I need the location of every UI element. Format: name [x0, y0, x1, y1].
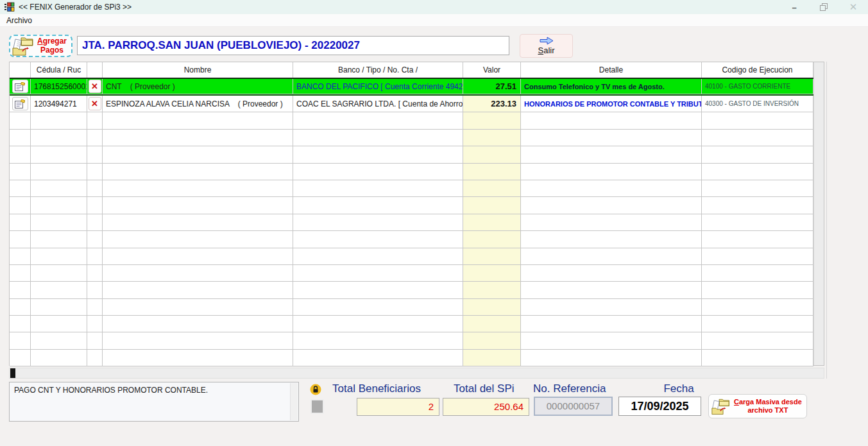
- nombre-cell: [103, 248, 293, 265]
- carga-masiva-folder-icon: [711, 398, 731, 415]
- nombre-cell: CNT ( Proveedor ): [103, 79, 293, 94]
- horizontal-scrollbar-thumb[interactable]: [10, 368, 15, 378]
- detalle-cell: [521, 146, 702, 163]
- delete-row-button[interactable]: ✕: [89, 80, 101, 93]
- empty-row[interactable]: [10, 350, 813, 366]
- codigo-cell: [702, 112, 813, 129]
- empty-row[interactable]: [10, 231, 813, 248]
- detalle-cell: [521, 265, 702, 282]
- horizontal-scrollbar[interactable]: [9, 368, 824, 379]
- agregar-pagos-button[interactable]: Agregar Pagos: [9, 35, 72, 57]
- document-title-field[interactable]: JTA. PARROQ.SAN JUAN (PUEBLOVIEJO) - 202…: [77, 36, 509, 55]
- codigo-cell: [702, 282, 813, 298]
- observacion-text: PAGO CNT Y HONORARIOS PROMOTOR CONTABLE.: [14, 386, 208, 395]
- add-payments-folder-icon: [12, 37, 35, 56]
- detalle-cell: Consumo Telefonico y TV mes de Agosto.: [521, 79, 702, 94]
- nombre-cell: [103, 231, 293, 248]
- salir-button[interactable]: Salir: [520, 34, 573, 58]
- codigo-cell: [702, 350, 813, 366]
- fecha-label: Fecha: [656, 382, 702, 395]
- observacion-textarea[interactable]: PAGO CNT Y HONORARIOS PROMOTOR CONTABLE.: [9, 382, 299, 422]
- empty-row[interactable]: [10, 112, 813, 129]
- cedula-cell: [31, 299, 87, 316]
- menu-bar: Archivo: [0, 14, 868, 27]
- nombre-cell: [103, 164, 293, 180]
- codigo-cell: [702, 180, 813, 197]
- color-indicator-button[interactable]: [311, 399, 324, 414]
- empty-row[interactable]: [10, 316, 813, 332]
- cedula-cell: [31, 180, 87, 197]
- codigo-cell: 40300 - GASTO DE INVERSIÓN: [702, 96, 813, 112]
- nombre-cell: [103, 146, 293, 163]
- detalle-cell: [521, 299, 702, 316]
- total-spi-field: 250.64: [443, 398, 529, 416]
- detalle-cell: [521, 231, 702, 248]
- nombre-cell: [103, 316, 293, 332]
- detalle-cell: [521, 248, 702, 265]
- close-button[interactable]: ✕: [838, 0, 868, 14]
- detalle-cell: [521, 282, 702, 298]
- codigo-cell: [702, 248, 813, 265]
- empty-row[interactable]: [10, 146, 813, 163]
- cedula-cell: [31, 164, 87, 180]
- banco-cell: [293, 231, 463, 248]
- detalle-cell: [521, 180, 702, 197]
- panel-edge-line: [826, 62, 827, 379]
- menu-archivo[interactable]: Archivo: [0, 15, 38, 26]
- valor-cell: [463, 231, 521, 248]
- detalle-cell: [521, 164, 702, 180]
- nombre-cell: ESPINOZA ALAVA CELIA NARCISA ( Proveedor…: [103, 96, 293, 112]
- banco-cell: [293, 164, 463, 180]
- cedula-cell: [31, 130, 87, 146]
- edit-row-button[interactable]: [12, 80, 28, 93]
- codigo-cell: [702, 299, 813, 316]
- delete-row-button[interactable]: ✕: [89, 97, 101, 110]
- grid-body: 1768152560001✕CNT ( Proveedor )BANCO DEL…: [10, 78, 813, 366]
- carga-masiva-button[interactable]: Carga Masiva desde archivo TXT: [708, 394, 807, 418]
- cedula-cell: [31, 265, 87, 282]
- nombre-cell: [103, 299, 293, 316]
- codigo-cell: [702, 332, 813, 349]
- valor-cell: [463, 146, 521, 163]
- fecha-field[interactable]: 17/09/2025: [618, 397, 701, 416]
- cedula-cell: [31, 214, 87, 231]
- empty-row[interactable]: [10, 299, 813, 316]
- valor-cell: [463, 112, 521, 129]
- empty-row[interactable]: [10, 130, 813, 146]
- empty-row[interactable]: [10, 214, 813, 231]
- banco-cell: [293, 265, 463, 282]
- valor-cell: [463, 332, 521, 349]
- valor-cell: [463, 248, 521, 265]
- banco-cell: [293, 282, 463, 298]
- empty-row[interactable]: [10, 197, 813, 214]
- empty-row[interactable]: [10, 164, 813, 180]
- empty-row[interactable]: [10, 180, 813, 197]
- valor-cell: [463, 180, 521, 197]
- agregar-pagos-label: Agregar Pagos: [37, 37, 67, 54]
- maximize-button[interactable]: [809, 0, 838, 14]
- window-title: << FENIX Generador de SPi3 >>: [19, 3, 132, 12]
- vertical-scrollbar[interactable]: [813, 62, 824, 365]
- cedula-cell: 1768152560001: [31, 79, 87, 94]
- header-banco: Banco / Tipo / No. Cta /: [293, 62, 463, 78]
- codigo-cell: [702, 214, 813, 231]
- empty-row[interactable]: [10, 248, 813, 265]
- empty-row[interactable]: [10, 282, 813, 298]
- app-icon: [4, 2, 15, 12]
- valor-cell: [463, 130, 521, 146]
- header-codigo: Codigo de Ejecucion: [702, 62, 813, 78]
- minimize-button[interactable]: –: [779, 0, 809, 14]
- detalle-cell: [521, 130, 702, 146]
- empty-row[interactable]: [10, 332, 813, 349]
- empty-row[interactable]: [10, 265, 813, 282]
- valor-cell: [463, 350, 521, 366]
- observacion-scrollbar[interactable]: [290, 383, 298, 420]
- payment-row[interactable]: 1768152560001✕CNT ( Proveedor )BANCO DEL…: [10, 78, 813, 96]
- maximize-icon: [820, 3, 828, 11]
- banco-cell: [293, 197, 463, 214]
- edit-row-button[interactable]: [12, 97, 28, 110]
- cedula-cell: [31, 146, 87, 163]
- payment-row[interactable]: 1203494271✕ESPINOZA ALAVA CELIA NARCISA …: [10, 96, 813, 112]
- edit-form-icon: [15, 82, 25, 91]
- codigo-cell: [702, 316, 813, 332]
